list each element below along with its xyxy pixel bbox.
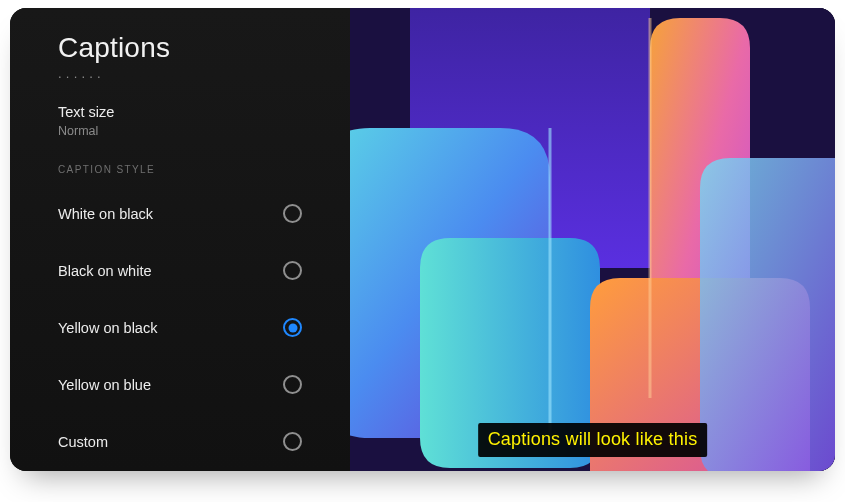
option-white-on-black[interactable]: White on black <box>58 185 350 242</box>
option-black-on-white[interactable]: Black on white <box>58 242 350 299</box>
radio-icon <box>283 204 302 223</box>
option-yellow-on-black[interactable]: Yellow on black <box>58 299 350 356</box>
option-yellow-on-blue[interactable]: Yellow on blue <box>58 356 350 413</box>
radio-icon-selected <box>283 318 302 337</box>
caption-preview-area: Captions will look like this <box>350 8 835 471</box>
text-size-label: Text size <box>58 104 350 120</box>
radio-icon <box>283 261 302 280</box>
settings-sidebar: Captions . . . . . . Text size Normal CA… <box>10 8 350 471</box>
previous-item-truncated: . . . . . . <box>58 74 350 84</box>
caption-style-section-header: CAPTION STYLE <box>58 164 350 175</box>
option-label: Custom <box>58 434 108 450</box>
option-label: White on black <box>58 206 153 222</box>
radio-icon <box>283 432 302 451</box>
caption-sample-text: Captions will look like this <box>478 423 708 457</box>
text-size-setting[interactable]: Text size Normal <box>58 104 350 138</box>
abstract-wallpaper <box>350 8 835 471</box>
captions-settings-screen: Captions . . . . . . Text size Normal CA… <box>10 8 835 471</box>
option-label: Yellow on black <box>58 320 157 336</box>
caption-style-options: White on black Black on white Yellow on … <box>58 185 350 470</box>
page-title: Captions <box>58 32 350 64</box>
text-size-value: Normal <box>58 124 350 138</box>
radio-icon <box>283 375 302 394</box>
option-label: Yellow on blue <box>58 377 151 393</box>
option-label: Black on white <box>58 263 152 279</box>
option-custom[interactable]: Custom <box>58 413 350 470</box>
